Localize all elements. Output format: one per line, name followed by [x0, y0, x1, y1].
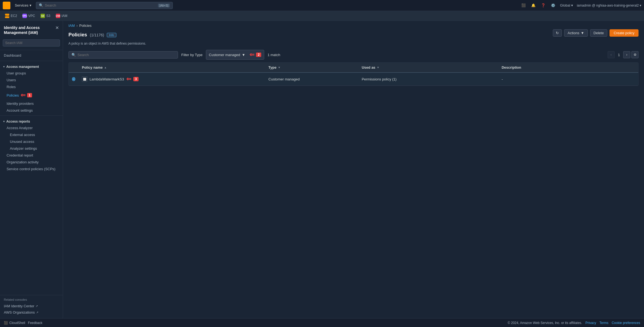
- nav-right: ⬛ 🔔 ❓ ⚙️ Global ▾ iamadmin @ nghiaa-aws-…: [521, 2, 641, 8]
- table-row[interactable]: ⬜ LambdaWatermarkS3 ⇐ 3 Customer managed…: [69, 73, 638, 86]
- sidebar-search-container: [0, 38, 63, 48]
- filter-by-type-label: Filter by Type: [181, 53, 203, 57]
- page-number: 1: [616, 53, 622, 57]
- user-label: iamadmin @ nghiaa-aws-training-general2: [577, 4, 639, 7]
- main-layout: Identity and Access Management (IAM) ✕ D…: [0, 21, 644, 318]
- table-header-used-as[interactable]: Used as ▼: [358, 63, 498, 72]
- sidebar-item-external-access[interactable]: External access: [0, 131, 63, 138]
- services-label: Services: [15, 3, 28, 7]
- sidebar-item-unused-access[interactable]: Unused access: [0, 138, 63, 145]
- actions-button[interactable]: Actions ▼: [564, 29, 588, 37]
- breadcrumb: IAM › Policies: [63, 21, 644, 29]
- sort-policy-name-icon: ▲: [104, 66, 107, 69]
- aws-logo[interactable]: [3, 2, 10, 9]
- sidebar-header: Identity and Access Management (IAM) ✕: [0, 21, 63, 38]
- breadcrumb-parent[interactable]: IAM: [68, 24, 75, 28]
- policy-name-link[interactable]: LambdaWatermarkS3: [90, 77, 124, 81]
- service-tab-iam[interactable]: IAM IAM: [54, 13, 70, 19]
- sidebar-item-credential-report[interactable]: Credential report: [0, 152, 63, 159]
- sidebar-section-access-reports[interactable]: ▼ Access reports: [0, 117, 63, 125]
- sidebar-item-organization-activity[interactable]: Organization activity: [0, 159, 63, 166]
- bell-icon[interactable]: 🔔: [530, 2, 536, 8]
- sidebar-search-input[interactable]: [3, 39, 60, 47]
- cloudshell-icon: ⬛: [4, 321, 8, 325]
- ec2-label: EC2: [11, 14, 17, 18]
- table-settings-button[interactable]: ⚙: [631, 51, 639, 58]
- region-selector[interactable]: Global ▾: [560, 3, 573, 7]
- row-policy-name-cell: ⬜ LambdaWatermarkS3 ⇐ 3: [79, 73, 265, 85]
- global-search[interactable]: 🔍 [Alt+S]: [36, 2, 173, 9]
- service-tab-s3[interactable]: S3 S3: [38, 13, 53, 19]
- filter-row: 🔍 Filter by Type Customer managed ▼ ⇐ 2 …: [68, 50, 639, 60]
- s3-icon: S3: [41, 14, 45, 18]
- annotation-arrow-2: ⇐: [249, 51, 254, 58]
- sidebar-link-aws-organizations[interactable]: AWS Organizations ↗: [4, 309, 59, 316]
- sidebar-item-identity-providers[interactable]: Identity providers: [0, 100, 63, 107]
- service-tab-vpc[interactable]: VPC VPC: [20, 13, 37, 19]
- terms-link[interactable]: Terms: [599, 321, 608, 325]
- row-select-cell[interactable]: [69, 73, 79, 85]
- privacy-link[interactable]: Privacy: [585, 321, 596, 325]
- sidebar-item-roles[interactable]: Roles: [0, 83, 63, 90]
- sidebar-item-user-groups[interactable]: User groups: [0, 70, 63, 77]
- refresh-icon: ↻: [556, 31, 559, 35]
- help-icon[interactable]: ❓: [540, 2, 546, 8]
- service-tab-ec2[interactable]: EC2 EC2: [3, 13, 19, 19]
- bottom-right: © 2024, Amazon Web Services, Inc. or its…: [508, 321, 640, 325]
- table-header-description: Description: [498, 63, 638, 72]
- feedback-link[interactable]: Feedback: [28, 321, 42, 325]
- table-header-policy-name[interactable]: Policy name ▲: [79, 63, 265, 72]
- access-management-label: Access management: [6, 65, 39, 69]
- sidebar-item-scp[interactable]: Service control policies (SCPs): [0, 166, 63, 172]
- sidebar-title: Identity and Access Management (IAM): [4, 25, 55, 35]
- sidebar-item-analyzer-settings[interactable]: Analyzer settings: [0, 145, 63, 152]
- sidebar-section-access-management[interactable]: ▼ Access management: [0, 63, 63, 70]
- policies-table: Policy name ▲ Type ▼ Used as ▼ Descripti…: [68, 62, 639, 86]
- sidebar-close-button[interactable]: ✕: [55, 25, 59, 30]
- bottom-bar: ⬛ CloudShell Feedback © 2024, Amazon Web…: [0, 318, 644, 327]
- dashboard-label: Dashboard: [4, 53, 21, 57]
- ec2-icon: EC2: [5, 14, 9, 18]
- row-type-cell: Customer managed: [265, 73, 358, 85]
- content-area: IAM › Policies Policies (1/1176) Info ↻ …: [63, 21, 644, 318]
- page-title-row: Policies (1/1176) Info: [68, 32, 116, 38]
- filter-search-icon: 🔍: [71, 53, 76, 57]
- create-policy-button[interactable]: Create policy: [610, 29, 639, 37]
- annotation-num-3: 3: [133, 77, 139, 81]
- sidebar-item-users[interactable]: Users: [0, 77, 63, 83]
- filter-type-chevron: ▼: [242, 53, 245, 57]
- sidebar-item-account-settings[interactable]: Account settings: [0, 107, 63, 114]
- external-link-icon-1: ↗: [36, 305, 38, 308]
- delete-button[interactable]: Delete: [590, 29, 608, 37]
- page-count: (1/1176): [90, 33, 104, 37]
- sidebar-item-dashboard[interactable]: Dashboard: [0, 52, 63, 59]
- cloudshell-icon[interactable]: ⬛: [521, 2, 527, 8]
- sidebar-item-access-analyzer[interactable]: Access Analyzer: [0, 125, 63, 131]
- annotation-arrow-3: ⇐: [126, 76, 131, 83]
- table-header-type[interactable]: Type ▼: [265, 63, 358, 72]
- external-link-icon-2: ↗: [36, 311, 38, 314]
- settings-icon[interactable]: ⚙️: [550, 2, 556, 8]
- filter-type-selector[interactable]: Customer managed ▼ ⇐ 2: [206, 50, 264, 60]
- sidebar-link-iam-identity-center[interactable]: IAM Identity Center ↗: [4, 303, 59, 309]
- iam-icon: IAM: [56, 14, 60, 18]
- match-count: 1 match: [268, 53, 280, 57]
- cookie-link[interactable]: Cookie preferences: [612, 321, 640, 325]
- vpc-icon: VPC: [22, 14, 27, 18]
- page-title: Policies: [68, 32, 87, 38]
- toolbar: ↻ Actions ▼ Delete Create policy: [553, 29, 639, 37]
- sidebar-item-policies[interactable]: Policies ⇐ 1: [0, 90, 63, 100]
- search-input[interactable]: [45, 3, 156, 7]
- prev-page-button[interactable]: ‹: [608, 51, 615, 58]
- user-menu[interactable]: iamadmin @ nghiaa-aws-training-general2 …: [577, 4, 641, 7]
- next-page-button[interactable]: ›: [623, 51, 630, 58]
- refresh-button[interactable]: ↻: [553, 29, 562, 37]
- info-badge[interactable]: Info: [107, 33, 116, 37]
- table-header: Policy name ▲ Type ▼ Used as ▼ Descripti…: [69, 63, 638, 73]
- annotation-num-2: 2: [256, 53, 261, 57]
- services-menu[interactable]: Services ▾: [13, 3, 34, 7]
- row-radio-button[interactable]: [72, 77, 75, 81]
- filter-search-input[interactable]: [77, 53, 175, 57]
- cloudshell-button[interactable]: ⬛ CloudShell: [4, 321, 25, 325]
- s3-label: S3: [46, 14, 50, 18]
